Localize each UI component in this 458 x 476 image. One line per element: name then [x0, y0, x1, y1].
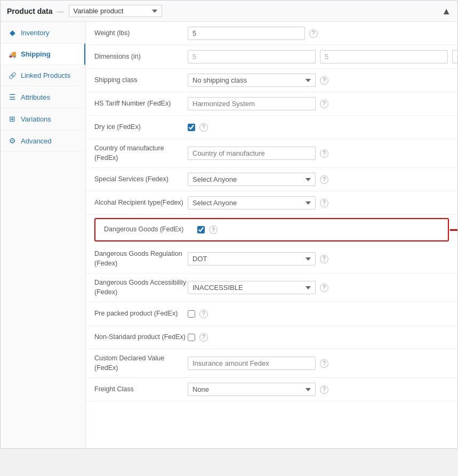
shipping-icon: 🚚: [8, 51, 17, 58]
freight-class-select[interactable]: None: [188, 383, 316, 396]
shipping-class-input-area: No shipping class ?: [188, 74, 449, 87]
dangerous-goods-help-icon[interactable]: ?: [209, 225, 218, 234]
hs-tariff-label: HS Tariff Number (FedEx): [94, 99, 188, 109]
freight-class-help-icon[interactable]: ?: [320, 385, 328, 394]
dimension-height-input[interactable]: [452, 50, 457, 63]
sidebar-label-advanced: Advanced: [21, 137, 52, 145]
special-services-select[interactable]: Select Anyone: [188, 173, 316, 186]
sidebar-item-linked-products[interactable]: 🔗 Linked Products: [1, 65, 85, 86]
shipping-class-select[interactable]: No shipping class: [188, 74, 316, 87]
dangerous-goods-regulation-row: Dangerous Goods Regulation (Fedex) DOT ?: [86, 245, 457, 273]
pre-packed-row: Pre packed product (FedEx) ?: [86, 302, 457, 326]
hs-tariff-input[interactable]: [188, 97, 316, 110]
pre-packed-checkbox[interactable]: [188, 310, 195, 318]
non-standard-row: Non-Standard product (FedEx) ?: [86, 326, 457, 349]
pre-packed-help-icon[interactable]: ?: [199, 310, 208, 318]
variations-icon: ⊞: [8, 115, 17, 123]
custom-declared-help-icon[interactable]: ?: [320, 359, 328, 368]
non-standard-input-area: ?: [188, 333, 449, 342]
dangerous-goods-checkbox[interactable]: [197, 226, 205, 233]
pre-packed-input-area: ?: [188, 310, 449, 318]
pre-packed-label: Pre packed product (FedEx): [94, 309, 188, 319]
dry-ice-row: Dry ice (FedEx) ?: [86, 116, 457, 139]
sidebar-item-variations[interactable]: ⊞ Variations: [1, 108, 85, 130]
dangerous-goods-accessibility-input-area: INACCESSIBLE ?: [188, 281, 449, 294]
non-standard-help-icon[interactable]: ?: [199, 333, 208, 342]
sidebar-item-attributes[interactable]: ☰ Attributes: [1, 86, 85, 108]
freight-class-label: Freight Class: [94, 385, 188, 394]
shipping-class-label: Shipping class: [94, 76, 188, 85]
weight-row: Weight (lbs) ?: [86, 22, 457, 45]
product-data-body: ◆ Inventory 🚚 Shipping 🔗 Linked Products…: [1, 22, 457, 448]
custom-declared-input[interactable]: [188, 357, 316, 370]
weight-input-area: ?: [188, 27, 449, 40]
dangerous-goods-row: Dangerous Goods (FedEx) ?: [94, 218, 449, 241]
dimensions-label: Dimensions (in): [94, 52, 188, 62]
special-services-row: Special Services (Fedex) Select Anyone ?: [86, 168, 457, 191]
freight-class-input-area: None ?: [188, 383, 449, 396]
weight-input[interactable]: [188, 27, 305, 40]
dangerous-goods-accessibility-help-icon[interactable]: ?: [320, 284, 328, 292]
dangerous-goods-wrapper: Dangerous Goods (FedEx) ?: [86, 215, 457, 245]
dry-ice-help-icon[interactable]: ?: [199, 123, 208, 132]
dry-ice-checkbox[interactable]: [188, 124, 195, 131]
sidebar: ◆ Inventory 🚚 Shipping 🔗 Linked Products…: [1, 22, 86, 448]
dimension-width-input[interactable]: [320, 50, 448, 63]
dry-ice-input-area: ?: [188, 123, 449, 132]
alcohol-recipient-select[interactable]: Select Anyone: [188, 196, 316, 209]
alcohol-recipient-input-area: Select Anyone ?: [188, 196, 449, 209]
dangerous-goods-input-area: ?: [197, 225, 439, 234]
custom-declared-input-area: ?: [188, 357, 449, 370]
sidebar-label-linked-products: Linked Products: [21, 71, 70, 79]
freight-class-row: Freight Class None ?: [86, 378, 457, 401]
country-manufacture-label: Country of manufacture (FedEx): [94, 144, 188, 163]
weight-help-icon[interactable]: ?: [309, 29, 318, 38]
country-manufacture-help-icon[interactable]: ?: [320, 149, 328, 158]
special-services-label: Special Services (Fedex): [94, 175, 188, 184]
hs-tariff-input-area: ?: [188, 97, 449, 110]
sidebar-item-advanced[interactable]: ⚙ Advanced: [1, 130, 85, 152]
content-area: Weight (lbs) ? Dimensions (in) ? Shippin: [86, 22, 457, 448]
inventory-icon: ◆: [8, 28, 17, 37]
dimensions-row: Dimensions (in) ?: [86, 45, 457, 69]
title-separator: —: [57, 7, 65, 15]
sidebar-label-attributes: Attributes: [21, 93, 50, 101]
weight-label: Weight (lbs): [94, 29, 188, 38]
product-type-select[interactable]: Variable product Simple product Grouped …: [69, 5, 162, 17]
shipping-class-row: Shipping class No shipping class ?: [86, 69, 457, 92]
non-standard-label: Non-Standard product (FedEx): [94, 333, 188, 342]
custom-declared-row: Custom Declared Value (FedEx) ?: [86, 349, 457, 378]
dangerous-goods-regulation-select[interactable]: DOT: [188, 252, 316, 265]
dangerous-goods-accessibility-select[interactable]: INACCESSIBLE: [188, 281, 316, 294]
arrow-line: [450, 229, 457, 231]
dangerous-goods-accessibility-label: Dangerous Goods Accessibility (Fedex): [94, 278, 188, 297]
dangerous-goods-regulation-help-icon[interactable]: ?: [320, 255, 328, 263]
sidebar-item-inventory[interactable]: ◆ Inventory: [1, 22, 85, 44]
hs-tariff-row: HS Tariff Number (FedEx) ?: [86, 92, 457, 116]
product-data-panel: Product data — Variable product Simple p…: [0, 0, 458, 449]
attributes-icon: ☰: [8, 93, 17, 101]
custom-declared-label: Custom Declared Value (FedEx): [94, 354, 188, 373]
sidebar-label-variations: Variations: [21, 115, 51, 123]
country-manufacture-input[interactable]: [188, 147, 316, 160]
special-services-help-icon[interactable]: ?: [320, 175, 328, 184]
hs-tariff-help-icon[interactable]: ?: [320, 100, 328, 108]
non-standard-checkbox[interactable]: [188, 334, 195, 341]
collapse-button[interactable]: ▲: [441, 6, 451, 16]
country-manufacture-row: Country of manufacture (FedEx) ?: [86, 139, 457, 168]
dangerous-goods-regulation-label: Dangerous Goods Regulation (Fedex): [94, 249, 188, 268]
advanced-icon: ⚙: [8, 136, 17, 145]
special-services-input-area: Select Anyone ?: [188, 173, 449, 186]
country-manufacture-input-area: ?: [188, 147, 449, 160]
dimension-length-input[interactable]: [188, 50, 316, 63]
sidebar-item-shipping[interactable]: 🚚 Shipping: [1, 44, 85, 65]
panel-title: Product data — Variable product Simple p…: [7, 5, 162, 17]
shipping-class-help-icon[interactable]: ?: [320, 76, 328, 85]
title-text: Product data: [7, 7, 53, 15]
linked-products-icon: 🔗: [8, 72, 17, 79]
product-data-header: Product data — Variable product Simple p…: [1, 1, 457, 22]
red-arrow-indicator: [450, 225, 457, 235]
sidebar-label-shipping: Shipping: [21, 50, 51, 58]
alcohol-recipient-help-icon[interactable]: ?: [320, 199, 328, 207]
alcohol-recipient-label: Alcohal Recipient type(Fedex): [94, 198, 188, 208]
